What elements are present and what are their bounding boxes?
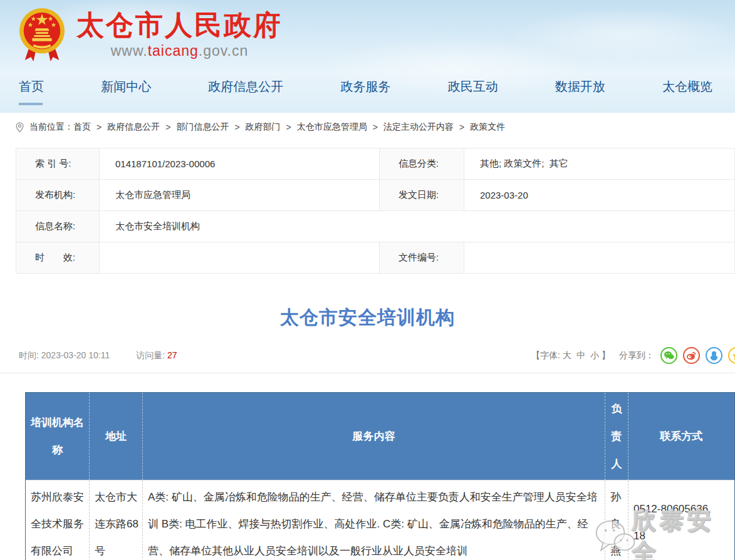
nav-item-label: 首页 [19,80,44,93]
breadcrumb-separator: > [286,122,291,132]
site-url-suffix: .gov.cn [199,43,248,59]
share-icons [660,347,735,364]
font-size-large-button[interactable]: 大 [563,350,571,361]
share-wechat-button[interactable] [660,347,677,364]
col-header-services: 服务内容 [143,393,605,480]
contact-mobile-partial: 18 [633,522,731,549]
document-info-table: 索 引 号: 014187101/2023-00006 信息分类: 其他; 政策… [16,148,735,274]
cell-services: A类: 矿山、金属冶炼和危险物品的生产、经营、储存单位主要负责人和安全生产管理人… [143,480,605,560]
info-value-validity [100,242,380,274]
training-orgs-table: 培训机构名称 地址 服务内容 负责人 联系方式 苏州欣泰安全技术服务有限公司 太… [25,392,735,560]
wechat-icon [664,351,674,360]
time-value: 2023-03-20 10:11 [41,350,110,360]
table-header-row: 培训机构名称 地址 服务内容 负责人 联系方式 [26,393,734,480]
info-label-agency: 发布机构: [16,180,100,211]
col-header-contact: 联系方式 [628,393,734,480]
col-header-address: 地址 [90,393,143,480]
info-value-category: 其他; 政策文件; 其它 [464,148,735,180]
active-underline [19,103,43,105]
nav-item-services[interactable]: 政务服务 [340,78,390,96]
info-label-category: 信息分类: [380,148,464,180]
font-size-medium-button[interactable]: 中 [576,350,585,361]
cell-address: 太仓市大连东路68号 [90,480,143,560]
nav-item-label: 数据开放 [555,80,605,93]
col-header-manager: 负责人 [605,393,628,480]
info-label-validity: 时 效: [16,242,100,274]
col-header-manager-text: 负责人 [611,395,623,478]
article-meta-right: 【字体: 大 中 小 】 分享到： [531,347,735,364]
breadcrumb-prefix: 当前位置： [29,122,73,133]
brand-block: 太仓市人民政府 www.taicang.gov.cn [76,6,283,60]
brand-row: 太仓市人民政府 www.taicang.gov.cn [0,0,735,68]
main-nav: 首页 新闻中心 政府信息公开 政务服务 政民互动 数据开放 太仓概览 [0,68,735,106]
breadcrumb-item-home[interactable]: 首页 [73,122,91,133]
visits-value: 27 [167,350,177,360]
site-header: 太仓市人民政府 www.taicang.gov.cn 首页 新闻中心 政府信息公… [0,0,735,113]
nav-item-news[interactable]: 新闻中心 [101,78,151,96]
info-label-index-no: 索 引 号: [16,148,100,180]
share-label: 分享到： [619,350,654,361]
breadcrumb-item-policy-docs: 政策文件 [470,122,505,133]
cell-contact: 0512-80605636, 18 [628,480,734,560]
breadcrumb-separator: > [459,122,464,132]
qq-icon [710,351,718,361]
nav-item-label: 太仓概览 [662,80,712,93]
cell-manager: 孙良燕 [605,480,628,560]
col-header-org-name: 培训机构名称 [26,393,90,480]
nav-item-open-data[interactable]: 数据开放 [555,78,605,96]
breadcrumb-item-emergency-bureau[interactable]: 太仓市应急管理局 [297,122,367,133]
nav-item-label: 政务服务 [340,80,390,93]
share-qq-button[interactable] [706,347,722,364]
breadcrumb-item-legal-disclosure[interactable]: 法定主动公开内容 [383,122,454,133]
font-size-small-button[interactable]: 小 [590,350,599,361]
breadcrumb-item-gov-info[interactable]: 政府信息公开 [107,122,160,133]
nav-item-label: 新闻中心 [101,80,151,93]
site-url-highlight: taicang [148,43,199,59]
nav-item-label: 政府信息公开 [208,80,283,93]
font-size-bracket-close: 】 [602,350,610,361]
info-value-doc-name: 太仓市安全培训机构 [100,211,735,242]
nav-item-home[interactable]: 首页 [19,78,44,96]
cell-org-name: 苏州欣泰安全技术服务有限公司 [26,480,90,560]
table-row: 苏州欣泰安全技术服务有限公司 太仓市大连东路68号 A类: 矿山、金属冶炼和危险… [26,480,734,560]
share-qzone-button[interactable] [728,347,735,364]
page-title: 太仓市安全培训机构 [0,305,735,331]
site-url-prefix: www. [111,43,148,59]
breadcrumb-separator: > [373,122,378,132]
manager-name: 孙良燕 [610,484,622,560]
share-weibo-button[interactable] [683,347,700,364]
nav-item-interaction[interactable]: 政民互动 [448,78,498,96]
info-value-index-no: 014187101/2023-00006 [100,148,380,180]
time-label: 时间: [19,350,41,360]
breadcrumb-item-gov-depts[interactable]: 政府部门 [246,122,281,133]
info-label-issue-date: 发文日期: [380,180,464,211]
contact-phone: 0512-80605636, [633,495,731,522]
article-meta-row: 时间: 2023-03-20 10:11访问量: 27 【字体: 大 中 小 】… [0,347,735,373]
breadcrumb-separator: > [234,122,239,132]
breadcrumb-separator: > [96,122,102,132]
location-pin-icon [16,122,24,133]
info-label-doc-name: 信息名称: [16,211,100,242]
breadcrumb: 当前位置： 首页 > 政府信息公开 > 部门信息公开 > 政府部门 > 太仓市应… [0,113,735,142]
visits-label: 访问量: [136,350,167,360]
nav-item-label: 政民互动 [448,80,498,93]
info-value-doc-number [464,242,735,274]
nav-item-overview[interactable]: 太仓概览 [662,78,712,96]
info-value-issue-date: 2023-03-20 [464,180,735,211]
breadcrumb-item-dept-info[interactable]: 部门信息公开 [176,122,229,133]
breadcrumb-separator: > [165,122,170,132]
info-value-agency: 太仓市应急管理局 [100,180,380,211]
qzone-star-icon [732,351,735,361]
nav-item-gov-info[interactable]: 政府信息公开 [208,78,283,96]
national-emblem-icon [18,6,66,64]
page: 太仓市人民政府 www.taicang.gov.cn 首页 新闻中心 政府信息公… [0,0,735,560]
article-meta-left: 时间: 2023-03-20 10:11访问量: 27 [19,350,177,361]
site-url: www.taicang.gov.cn [76,43,283,60]
weibo-icon [686,351,697,360]
site-title: 太仓市人民政府 [76,9,283,41]
font-size-bracket-open: 【字体: [531,350,560,361]
info-label-doc-number: 文件编号: [380,242,464,274]
